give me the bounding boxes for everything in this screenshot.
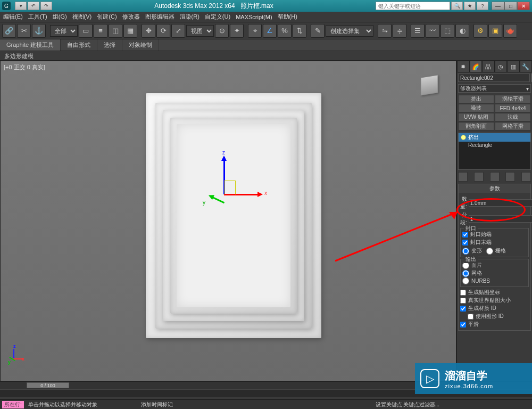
rotate-icon[interactable]: ⟳: [156, 24, 170, 38]
viewcube[interactable]: [413, 72, 445, 99]
menu-tools[interactable]: 工具(T): [28, 13, 47, 21]
unlink-icon[interactable]: ✂: [17, 24, 31, 38]
spinner-snap-icon[interactable]: ⇅: [293, 24, 306, 38]
ribbon-tab-freeform[interactable]: 自由形式: [61, 39, 97, 51]
viewport-label[interactable]: [+0 正交 0 真实]: [4, 63, 45, 71]
btn-bevel[interactable]: 剖角剖面: [458, 122, 494, 130]
material-editor-icon[interactable]: ◐: [455, 24, 469, 38]
tab-utilities-icon[interactable]: 🔧: [520, 61, 533, 72]
schematic-icon[interactable]: ⬚: [440, 24, 454, 38]
btn-extrude[interactable]: 挤出: [458, 95, 494, 103]
curve-editor-icon[interactable]: 〰: [426, 24, 439, 38]
btn-ffd[interactable]: FFD 4x4x4: [495, 104, 531, 112]
keyfilter-button[interactable]: 关键点过滤器...: [403, 401, 439, 408]
select-region-icon[interactable]: ◫: [109, 24, 122, 38]
maximize-button[interactable]: □: [504, 2, 517, 10]
layers-icon[interactable]: ☰: [411, 24, 425, 38]
app-logo-icon[interactable]: G: [2, 2, 11, 10]
tab-modify-icon[interactable]: 🌈: [470, 61, 483, 72]
pivot-icon[interactable]: ⊙: [215, 24, 229, 38]
render-frame-icon[interactable]: ▣: [488, 24, 502, 38]
menu-customize[interactable]: 自定义(U): [205, 13, 230, 21]
rollout-header[interactable]: 参数: [459, 184, 530, 193]
menu-modifiers[interactable]: 修改器: [122, 13, 140, 21]
mirror-icon[interactable]: ⇋: [378, 24, 392, 38]
minimize-button[interactable]: —: [492, 2, 504, 10]
pin-stack-icon[interactable]: [458, 172, 468, 182]
bulb-icon[interactable]: [461, 135, 466, 140]
menu-group[interactable]: 组(G): [53, 13, 67, 21]
scene-object-frame[interactable]: [146, 93, 321, 338]
menu-create[interactable]: 创建(C): [97, 13, 117, 21]
output-nurbs-radio[interactable]: [462, 277, 469, 284]
tab-motion-icon[interactable]: ◷: [495, 61, 508, 72]
amount-input[interactable]: [469, 199, 532, 207]
render-icon[interactable]: 🫖: [503, 24, 517, 38]
menu-help[interactable]: 帮助(H): [278, 13, 297, 21]
setkey-button[interactable]: 设置关键点: [376, 401, 402, 408]
output-mesh-radio[interactable]: [462, 270, 469, 277]
menu-graph[interactable]: 图形编辑器: [145, 13, 174, 21]
undo-icon[interactable]: ↶: [28, 2, 39, 10]
btn-uvw[interactable]: UVW 贴图: [458, 113, 494, 121]
angle-snap-icon[interactable]: ∠: [263, 24, 277, 38]
add-time-tag[interactable]: 添加时间标记: [130, 401, 173, 408]
tab-hierarchy-icon[interactable]: 品: [482, 61, 495, 72]
tab-create-icon[interactable]: ✹: [457, 61, 470, 72]
object-name-input[interactable]: [458, 73, 530, 82]
ribbon-tab-selection[interactable]: 选择: [97, 39, 122, 51]
btn-normal[interactable]: 法线: [495, 113, 531, 121]
modifier-list-dropdown[interactable]: 修改器列表▾: [458, 84, 531, 93]
named-sel-icon[interactable]: ✎: [311, 24, 325, 38]
help-star-icon[interactable]: ★: [464, 2, 476, 10]
grid-radio[interactable]: [486, 248, 493, 255]
show-end-icon[interactable]: [474, 172, 484, 182]
stack-item-extrude[interactable]: 挤出: [459, 133, 530, 142]
link-icon[interactable]: 🔗: [2, 24, 16, 38]
stack-item-rectangle[interactable]: Rectangle: [459, 142, 530, 149]
ribbon-tab-graphite[interactable]: Graphite 建模工具: [0, 39, 61, 51]
gen-mat-checkbox[interactable]: [460, 306, 466, 312]
viewport[interactable]: [+0 正交 0 真实] z x y x y z: [0, 61, 456, 381]
time-slider-handle[interactable]: 0 / 100: [27, 382, 69, 388]
render-setup-icon[interactable]: ⚙: [473, 24, 487, 38]
align-icon[interactable]: ≑: [393, 24, 406, 38]
select-name-icon[interactable]: ≡: [94, 24, 107, 38]
menu-views[interactable]: 视图(V): [72, 13, 92, 21]
menu-maxscript[interactable]: MAXScript(M): [236, 14, 272, 20]
segments-input[interactable]: [469, 215, 532, 223]
menu-edit[interactable]: 编辑(E): [3, 13, 23, 21]
manip-icon[interactable]: ✦: [230, 24, 244, 38]
close-button[interactable]: ✕: [517, 2, 530, 10]
snap-icon[interactable]: ⌖: [248, 24, 262, 38]
window-crossing-icon[interactable]: ▦: [123, 24, 137, 38]
morph-radio[interactable]: [462, 248, 469, 255]
selection-filter[interactable]: 全部: [50, 25, 78, 37]
help-search-input[interactable]: [376, 2, 450, 10]
redo-icon[interactable]: ↷: [40, 2, 52, 10]
move-icon[interactable]: ✥: [142, 24, 155, 38]
btn-noise[interactable]: 噪波: [458, 104, 494, 112]
unique-icon[interactable]: [490, 172, 500, 182]
search-go-icon[interactable]: 🔍: [451, 2, 463, 10]
select-icon[interactable]: ▭: [79, 24, 93, 38]
bind-icon[interactable]: ⚓: [32, 24, 46, 38]
help-icon[interactable]: ?: [477, 2, 488, 10]
modifier-stack[interactable]: 挤出 Rectangle: [458, 133, 531, 170]
use-shape-checkbox[interactable]: [468, 314, 473, 320]
smooth-checkbox[interactable]: [460, 322, 466, 328]
menu-render[interactable]: 渲染(R): [180, 13, 200, 21]
percent-snap-icon[interactable]: %: [278, 24, 292, 38]
scale-icon[interactable]: ⤢: [171, 24, 185, 38]
ribbon-panel-polymodel[interactable]: 多边形建模: [0, 51, 532, 61]
btn-meshsmooth[interactable]: 网格平滑: [495, 122, 531, 130]
cap-start-checkbox[interactable]: [462, 232, 468, 238]
config-sets-icon[interactable]: [521, 172, 531, 182]
named-selection-sets[interactable]: 创建选择集: [326, 25, 373, 37]
ribbon-tab-paint[interactable]: 对象绘制: [122, 39, 159, 51]
real-world-checkbox[interactable]: [460, 298, 466, 304]
tab-display-icon[interactable]: ▥: [507, 61, 520, 72]
cap-end-checkbox[interactable]: [462, 240, 468, 246]
ref-coord[interactable]: 视图: [186, 25, 214, 37]
qat-icon[interactable]: ▾: [15, 2, 27, 10]
